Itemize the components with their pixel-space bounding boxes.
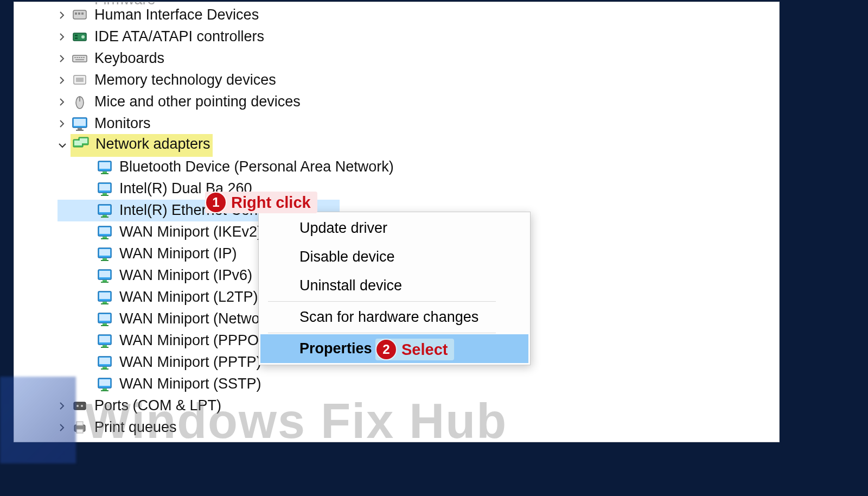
tree-item-label: Human Interface Devices xyxy=(94,5,259,26)
chevron-right-icon xyxy=(58,97,67,107)
tree-category-ports[interactable]: Ports (COM & LPT) xyxy=(58,395,763,417)
chevron-right-icon xyxy=(58,119,67,129)
menu-item-label: Disable device xyxy=(299,249,395,265)
tree-item-label: WAN Miniport (SSTP) xyxy=(119,374,261,395)
menu-item-label: Update driver xyxy=(299,220,387,236)
chevron-right-icon xyxy=(58,423,67,433)
chevron-right-icon xyxy=(58,32,67,42)
hid-icon xyxy=(71,6,89,24)
adapter-icon xyxy=(95,223,114,241)
adapter-icon xyxy=(95,375,114,393)
device-manager-window: Firmware Human Interface Devices IDE ATA… xyxy=(14,2,779,442)
ide-icon xyxy=(71,28,89,46)
annotation-text: Right click xyxy=(231,194,311,212)
tree-item-label: Print queues xyxy=(94,417,177,438)
step-badge: 2 xyxy=(376,340,396,359)
tree-category-print-queues[interactable]: Print queues xyxy=(58,417,763,438)
adapter-icon xyxy=(95,353,114,372)
tree-item-label: WAN Miniport (IP) xyxy=(119,244,237,264)
monitor-icon xyxy=(71,115,89,133)
tree-item-label: Memory technology devices xyxy=(94,70,276,91)
tree-item-network-adapter[interactable]: Intel(R) Dual Ba 260 xyxy=(58,178,763,200)
tree-item-label: WAN Miniport (L2TP) xyxy=(119,287,258,308)
annotation-step-1: 1 Right click xyxy=(205,192,317,213)
ports-icon xyxy=(71,397,89,415)
tree-item-label: Bluetooth Device (Personal Area Network) xyxy=(119,157,394,177)
step-badge: 1 xyxy=(206,193,226,212)
context-menu-item-update-driver[interactable]: Update driver xyxy=(260,214,528,243)
printer-icon xyxy=(71,418,89,437)
chevron-right-icon xyxy=(58,10,67,20)
keyboard-icon xyxy=(71,49,89,68)
tree-item-label: WAN Miniport (IKEv2) xyxy=(119,222,262,243)
context-menu-item-disable-device[interactable]: Disable device xyxy=(260,243,528,271)
network-icon xyxy=(72,135,90,154)
tree-item-network-adapter[interactable]: Bluetooth Device (Personal Area Network) xyxy=(58,156,763,178)
tree-item-label: WAN Miniport (PPPOE) xyxy=(119,330,273,351)
adapter-icon xyxy=(95,201,114,220)
tree-item-network-adapter[interactable]: WAN Miniport (SSTP) xyxy=(58,373,763,395)
tree-item-label: WAN Miniport (IPv6) xyxy=(119,265,252,286)
tree-item-label: Monitors xyxy=(94,113,151,134)
tree-category-mice[interactable]: Mice and other pointing devices xyxy=(58,91,763,113)
adapter-icon xyxy=(95,180,114,198)
chevron-down-icon xyxy=(58,141,67,150)
tree-category-monitors[interactable]: Monitors xyxy=(58,113,763,135)
tree-item-label: IDE ATA/ATAPI controllers xyxy=(94,27,264,47)
chevron-right-icon xyxy=(58,75,67,85)
tree-item-label: WAN Miniport (PPTP) xyxy=(119,352,261,373)
chevron-right-icon xyxy=(58,54,67,63)
tree-category-hid[interactable]: Human Interface Devices xyxy=(58,4,763,26)
tree-item-label: WAN Miniport (Networ xyxy=(119,309,265,329)
tree-item-label: Mice and other pointing devices xyxy=(94,92,301,112)
adapter-icon xyxy=(95,158,114,176)
context-menu-item-scan-hardware[interactable]: Scan for hardware changes xyxy=(260,303,528,332)
mouse-icon xyxy=(71,93,89,111)
annotation-text: Select xyxy=(401,341,448,359)
tree-category-keyboards[interactable]: Keyboards xyxy=(58,48,763,69)
tree-item-label: Ports (COM & LPT) xyxy=(94,396,221,416)
tree-category-network-adapters[interactable]: Network adapters xyxy=(58,135,763,156)
menu-item-label: Scan for hardware changes xyxy=(299,309,478,325)
menu-separator xyxy=(268,301,496,302)
memory-icon xyxy=(71,71,89,90)
menu-item-label: Properties xyxy=(299,340,372,357)
adapter-icon xyxy=(95,245,114,263)
tree-item-label: Keyboards xyxy=(94,48,164,69)
adapter-icon xyxy=(95,332,114,350)
context-menu-item-uninstall-device[interactable]: Uninstall device xyxy=(260,271,528,300)
adapter-icon xyxy=(95,266,114,285)
adapter-icon xyxy=(95,288,114,307)
adapter-icon xyxy=(95,310,114,328)
tree-category-memtech[interactable]: Memory technology devices xyxy=(58,69,763,91)
menu-separator xyxy=(268,333,496,333)
chevron-right-icon xyxy=(58,401,67,411)
tree-item-label: Network adapters xyxy=(95,134,210,155)
tree-category-ide[interactable]: IDE ATA/ATAPI controllers xyxy=(58,26,763,48)
highlight-marker: Network adapters xyxy=(71,134,213,157)
menu-item-label: Uninstall device xyxy=(299,277,402,294)
annotation-step-2: 2 Select xyxy=(375,339,454,360)
